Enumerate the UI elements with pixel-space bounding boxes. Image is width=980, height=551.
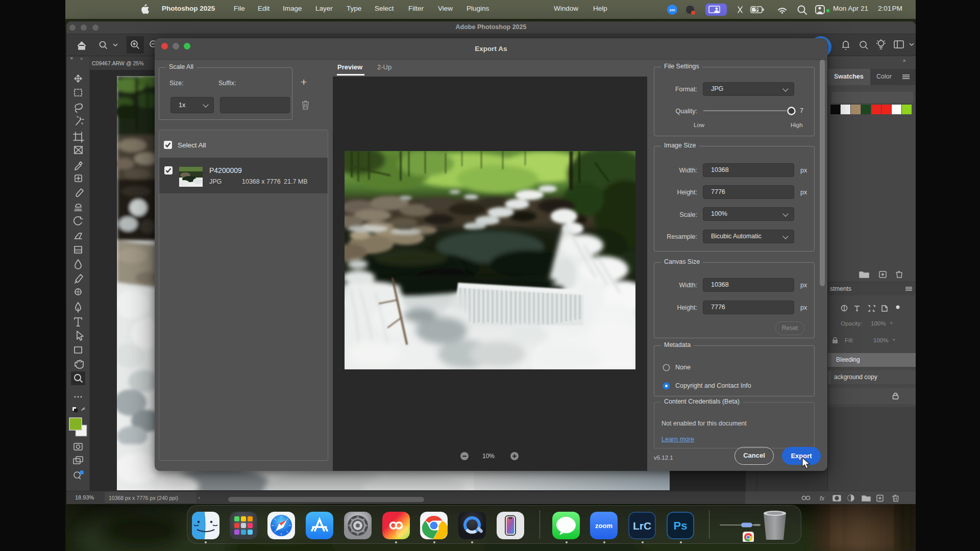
svg-text:fx: fx — [820, 495, 825, 502]
svg-text:×: × — [70, 57, 73, 61]
svg-text:zoom: zoom — [595, 522, 612, 530]
svg-text:LrC: LrC — [633, 520, 651, 532]
svg-text:zm: zm — [669, 8, 675, 12]
svg-text:»: » — [80, 57, 83, 61]
svg-text:Ps: Ps — [674, 519, 688, 532]
